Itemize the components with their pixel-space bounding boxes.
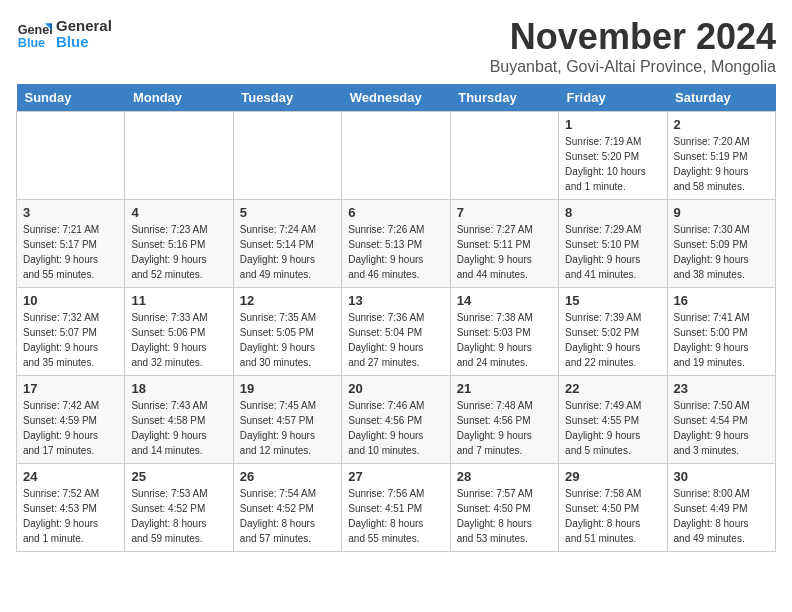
day-number: 18 (131, 381, 226, 396)
day-number: 16 (674, 293, 769, 308)
day-info: Sunrise: 7:52 AM Sunset: 4:53 PM Dayligh… (23, 486, 118, 546)
calendar-cell: 6Sunrise: 7:26 AM Sunset: 5:13 PM Daylig… (342, 200, 450, 288)
weekday-header-saturday: Saturday (667, 84, 775, 112)
weekday-header-sunday: Sunday (17, 84, 125, 112)
day-info: Sunrise: 7:19 AM Sunset: 5:20 PM Dayligh… (565, 134, 660, 194)
logo: General Blue General Blue (16, 16, 112, 52)
calendar-cell: 3Sunrise: 7:21 AM Sunset: 5:17 PM Daylig… (17, 200, 125, 288)
day-info: Sunrise: 7:32 AM Sunset: 5:07 PM Dayligh… (23, 310, 118, 370)
day-info: Sunrise: 7:58 AM Sunset: 4:50 PM Dayligh… (565, 486, 660, 546)
day-info: Sunrise: 7:53 AM Sunset: 4:52 PM Dayligh… (131, 486, 226, 546)
calendar-week-3: 10Sunrise: 7:32 AM Sunset: 5:07 PM Dayli… (17, 288, 776, 376)
calendar-cell: 15Sunrise: 7:39 AM Sunset: 5:02 PM Dayli… (559, 288, 667, 376)
day-number: 29 (565, 469, 660, 484)
calendar-week-2: 3Sunrise: 7:21 AM Sunset: 5:17 PM Daylig… (17, 200, 776, 288)
day-number: 26 (240, 469, 335, 484)
calendar-cell: 2Sunrise: 7:20 AM Sunset: 5:19 PM Daylig… (667, 112, 775, 200)
day-number: 5 (240, 205, 335, 220)
day-number: 4 (131, 205, 226, 220)
day-info: Sunrise: 7:39 AM Sunset: 5:02 PM Dayligh… (565, 310, 660, 370)
calendar-header: SundayMondayTuesdayWednesdayThursdayFrid… (17, 84, 776, 112)
day-info: Sunrise: 7:33 AM Sunset: 5:06 PM Dayligh… (131, 310, 226, 370)
day-number: 13 (348, 293, 443, 308)
day-number: 1 (565, 117, 660, 132)
calendar-cell: 9Sunrise: 7:30 AM Sunset: 5:09 PM Daylig… (667, 200, 775, 288)
weekday-header-tuesday: Tuesday (233, 84, 341, 112)
calendar-cell: 19Sunrise: 7:45 AM Sunset: 4:57 PM Dayli… (233, 376, 341, 464)
day-info: Sunrise: 7:26 AM Sunset: 5:13 PM Dayligh… (348, 222, 443, 282)
day-number: 3 (23, 205, 118, 220)
weekday-header-friday: Friday (559, 84, 667, 112)
day-info: Sunrise: 7:35 AM Sunset: 5:05 PM Dayligh… (240, 310, 335, 370)
day-info: Sunrise: 7:20 AM Sunset: 5:19 PM Dayligh… (674, 134, 769, 194)
calendar-cell: 16Sunrise: 7:41 AM Sunset: 5:00 PM Dayli… (667, 288, 775, 376)
calendar-week-1: 1Sunrise: 7:19 AM Sunset: 5:20 PM Daylig… (17, 112, 776, 200)
day-info: Sunrise: 7:54 AM Sunset: 4:52 PM Dayligh… (240, 486, 335, 546)
day-number: 28 (457, 469, 552, 484)
day-number: 15 (565, 293, 660, 308)
calendar-cell: 8Sunrise: 7:29 AM Sunset: 5:10 PM Daylig… (559, 200, 667, 288)
day-number: 14 (457, 293, 552, 308)
calendar-cell: 21Sunrise: 7:48 AM Sunset: 4:56 PM Dayli… (450, 376, 558, 464)
day-info: Sunrise: 7:36 AM Sunset: 5:04 PM Dayligh… (348, 310, 443, 370)
day-number: 10 (23, 293, 118, 308)
day-number: 27 (348, 469, 443, 484)
logo-general: General (56, 18, 112, 35)
calendar-cell: 29Sunrise: 7:58 AM Sunset: 4:50 PM Dayli… (559, 464, 667, 552)
calendar-cell: 7Sunrise: 7:27 AM Sunset: 5:11 PM Daylig… (450, 200, 558, 288)
day-info: Sunrise: 7:43 AM Sunset: 4:58 PM Dayligh… (131, 398, 226, 458)
calendar-cell: 20Sunrise: 7:46 AM Sunset: 4:56 PM Dayli… (342, 376, 450, 464)
day-info: Sunrise: 7:21 AM Sunset: 5:17 PM Dayligh… (23, 222, 118, 282)
calendar-cell: 13Sunrise: 7:36 AM Sunset: 5:04 PM Dayli… (342, 288, 450, 376)
calendar-cell: 26Sunrise: 7:54 AM Sunset: 4:52 PM Dayli… (233, 464, 341, 552)
month-title: November 2024 (490, 16, 776, 58)
day-info: Sunrise: 7:48 AM Sunset: 4:56 PM Dayligh… (457, 398, 552, 458)
calendar-cell (17, 112, 125, 200)
calendar-table: SundayMondayTuesdayWednesdayThursdayFrid… (16, 84, 776, 552)
day-number: 20 (348, 381, 443, 396)
day-number: 8 (565, 205, 660, 220)
day-info: Sunrise: 7:50 AM Sunset: 4:54 PM Dayligh… (674, 398, 769, 458)
calendar-cell (233, 112, 341, 200)
day-info: Sunrise: 7:41 AM Sunset: 5:00 PM Dayligh… (674, 310, 769, 370)
day-number: 19 (240, 381, 335, 396)
calendar-week-4: 17Sunrise: 7:42 AM Sunset: 4:59 PM Dayli… (17, 376, 776, 464)
calendar-cell: 22Sunrise: 7:49 AM Sunset: 4:55 PM Dayli… (559, 376, 667, 464)
day-info: Sunrise: 7:45 AM Sunset: 4:57 PM Dayligh… (240, 398, 335, 458)
calendar-cell: 27Sunrise: 7:56 AM Sunset: 4:51 PM Dayli… (342, 464, 450, 552)
day-number: 7 (457, 205, 552, 220)
weekday-header-monday: Monday (125, 84, 233, 112)
calendar-cell: 24Sunrise: 7:52 AM Sunset: 4:53 PM Dayli… (17, 464, 125, 552)
calendar-cell: 25Sunrise: 7:53 AM Sunset: 4:52 PM Dayli… (125, 464, 233, 552)
day-number: 21 (457, 381, 552, 396)
day-number: 17 (23, 381, 118, 396)
day-number: 24 (23, 469, 118, 484)
svg-text:Blue: Blue (18, 36, 45, 50)
calendar-cell: 18Sunrise: 7:43 AM Sunset: 4:58 PM Dayli… (125, 376, 233, 464)
day-number: 30 (674, 469, 769, 484)
calendar-cell: 10Sunrise: 7:32 AM Sunset: 5:07 PM Dayli… (17, 288, 125, 376)
day-number: 2 (674, 117, 769, 132)
day-info: Sunrise: 7:42 AM Sunset: 4:59 PM Dayligh… (23, 398, 118, 458)
calendar-cell (125, 112, 233, 200)
day-info: Sunrise: 7:38 AM Sunset: 5:03 PM Dayligh… (457, 310, 552, 370)
calendar-week-5: 24Sunrise: 7:52 AM Sunset: 4:53 PM Dayli… (17, 464, 776, 552)
day-info: Sunrise: 7:27 AM Sunset: 5:11 PM Dayligh… (457, 222, 552, 282)
day-number: 12 (240, 293, 335, 308)
day-info: Sunrise: 7:23 AM Sunset: 5:16 PM Dayligh… (131, 222, 226, 282)
weekday-header-thursday: Thursday (450, 84, 558, 112)
day-info: Sunrise: 8:00 AM Sunset: 4:49 PM Dayligh… (674, 486, 769, 546)
day-number: 6 (348, 205, 443, 220)
location: Buyanbat, Govi-Altai Province, Mongolia (490, 58, 776, 76)
day-info: Sunrise: 7:57 AM Sunset: 4:50 PM Dayligh… (457, 486, 552, 546)
calendar-cell: 5Sunrise: 7:24 AM Sunset: 5:14 PM Daylig… (233, 200, 341, 288)
calendar-cell: 12Sunrise: 7:35 AM Sunset: 5:05 PM Dayli… (233, 288, 341, 376)
day-number: 25 (131, 469, 226, 484)
calendar-cell: 30Sunrise: 8:00 AM Sunset: 4:49 PM Dayli… (667, 464, 775, 552)
page-header: General Blue General Blue November 2024 … (16, 16, 776, 76)
weekday-header-wednesday: Wednesday (342, 84, 450, 112)
title-block: November 2024 Buyanbat, Govi-Altai Provi… (490, 16, 776, 76)
calendar-cell: 28Sunrise: 7:57 AM Sunset: 4:50 PM Dayli… (450, 464, 558, 552)
calendar-cell (342, 112, 450, 200)
calendar-cell: 14Sunrise: 7:38 AM Sunset: 5:03 PM Dayli… (450, 288, 558, 376)
